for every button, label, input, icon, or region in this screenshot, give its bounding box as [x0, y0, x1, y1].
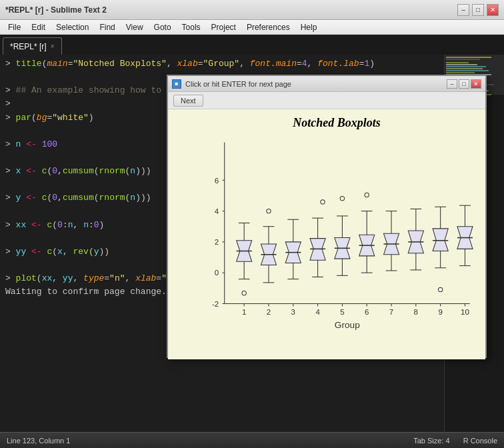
svg-point-39	[242, 291, 246, 295]
menu-goto[interactable]: Goto	[149, 20, 177, 34]
plot-title-left: ■ Click or hit ENTER for next page	[172, 79, 291, 89]
plot-minimize-button[interactable]: –	[447, 79, 457, 89]
status-position: Line 123, Column 1	[7, 437, 70, 445]
plot-window: ■ Click or hit ENTER for next page – □ ✕…	[167, 75, 487, 358]
tab-bar: *REPL* [r] ×	[0, 35, 504, 55]
svg-text:7: 7	[389, 308, 393, 316]
svg-text:2: 2	[267, 308, 271, 316]
menu-view[interactable]: View	[121, 20, 149, 34]
editor-area: > title(main="Notched Boxplots", xlab="G…	[0, 55, 504, 432]
menu-find[interactable]: Find	[94, 20, 120, 34]
plot-title-bar: ■ Click or hit ENTER for next page – □ ✕	[168, 76, 485, 92]
status-syntax: R Console	[463, 437, 497, 445]
svg-text:2: 2	[215, 238, 219, 246]
plot-title-text: Click or hit ENTER for next page	[185, 80, 291, 88]
status-tab-size: Tab Size: 4	[413, 437, 449, 445]
title-bar: *REPL* [r] - Sublime Text 2 – □ ✕	[0, 0, 504, 20]
menu-bar: File Edit Selection Find View Goto Tools…	[0, 20, 504, 35]
boxplot-chart: -2 0 2 4 6 1 2 3 4 5	[195, 135, 479, 339]
svg-point-73	[365, 193, 369, 197]
maximize-button[interactable]: □	[472, 4, 484, 16]
svg-text:6: 6	[215, 177, 219, 185]
plot-main-title: Notched Boxplots	[195, 116, 479, 130]
menu-help[interactable]: Help	[295, 20, 323, 34]
menu-file[interactable]: File	[3, 20, 26, 34]
menu-preferences[interactable]: Preferences	[241, 20, 295, 34]
status-right: Tab Size: 4 R Console	[413, 437, 497, 445]
plot-maximize-button[interactable]: □	[459, 79, 469, 89]
plot-toolbar: Next	[168, 92, 485, 109]
svg-text:9: 9	[438, 308, 442, 316]
next-button[interactable]: Next	[173, 95, 203, 107]
menu-edit[interactable]: Edit	[26, 20, 51, 34]
tab-close-button[interactable]: ×	[51, 43, 55, 50]
code-line-1: > title(main="Notched Boxplots", xlab="G…	[5, 57, 439, 71]
svg-text:6: 6	[365, 308, 369, 316]
svg-text:5: 5	[340, 308, 344, 316]
svg-text:8: 8	[414, 308, 418, 316]
svg-text:4: 4	[215, 207, 219, 215]
close-button[interactable]: ✕	[487, 4, 499, 16]
svg-point-59	[321, 200, 325, 204]
menu-selection[interactable]: Selection	[51, 20, 94, 34]
plot-close-button[interactable]: ✕	[471, 79, 481, 89]
svg-marker-88	[433, 229, 448, 251]
svg-text:-2: -2	[212, 300, 219, 308]
plot-title-controls: – □ ✕	[447, 79, 481, 89]
minimize-button[interactable]: –	[457, 4, 469, 16]
tab-label: *REPL* [r]	[10, 42, 47, 51]
window-title: *REPL* [r] - Sublime Text 2	[5, 5, 107, 15]
svg-point-66	[340, 197, 344, 201]
svg-text:0: 0	[215, 269, 219, 277]
plot-area: Notched Boxplots -2 0 2 4 6	[168, 109, 485, 359]
svg-text:4: 4	[315, 308, 320, 316]
svg-text:10: 10	[461, 308, 469, 316]
menu-project[interactable]: Project	[206, 20, 241, 34]
chart-container: -2 0 2 4 6 1 2 3 4 5	[195, 135, 479, 339]
window-controls: – □ ✕	[457, 4, 499, 16]
svg-text:3: 3	[291, 308, 295, 316]
menu-tools[interactable]: Tools	[177, 20, 206, 34]
tab-repl[interactable]: *REPL* [r] ×	[3, 37, 62, 55]
svg-point-46	[267, 209, 271, 213]
plot-window-icon: ■	[172, 79, 181, 89]
svg-text:1: 1	[242, 308, 246, 316]
status-bar: Line 123, Column 1 Tab Size: 4 R Console	[0, 432, 504, 448]
svg-text:Group: Group	[335, 320, 360, 330]
svg-point-92	[439, 287, 443, 291]
